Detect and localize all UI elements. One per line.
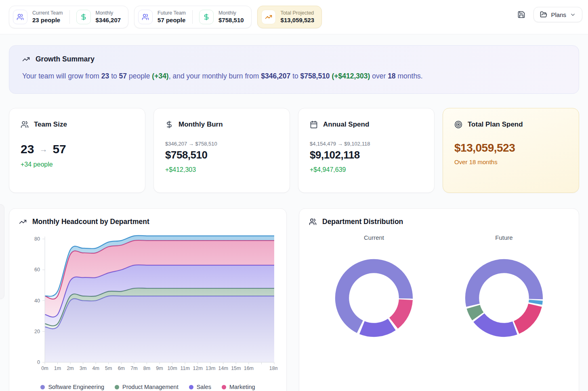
svg-text:4m: 4m	[92, 366, 99, 371]
save-button[interactable]	[516, 9, 527, 20]
annual-spend-value: $9,102,118	[310, 149, 423, 161]
chip-value: $346,207	[96, 16, 121, 24]
chip-label: Total Projected	[281, 10, 314, 16]
distribution-title: Department Distribution	[322, 218, 403, 226]
total-plan-spend-value: $13,059,523	[454, 142, 567, 154]
chip-value: 23 people	[32, 16, 63, 24]
total-projected-group: Total Projected $13,059,523	[261, 10, 314, 24]
svg-text:9m: 9m	[156, 366, 163, 371]
svg-text:15m: 15m	[231, 366, 241, 371]
current-donut-label: Current	[364, 234, 384, 241]
svg-text:40: 40	[34, 298, 40, 304]
svg-text:1m: 1m	[54, 366, 61, 371]
users-icon	[13, 10, 27, 24]
save-icon	[517, 11, 525, 19]
stat-chips: Current Team 23 people Monthly $346,207	[9, 6, 322, 28]
svg-text:5m: 5m	[105, 366, 112, 371]
chart-legend: Software EngineeringProduct ManagementSa…	[19, 384, 277, 390]
svg-text:0m: 0m	[41, 366, 48, 371]
current-donut-col: Current	[309, 234, 439, 340]
svg-text:14m: 14m	[218, 366, 228, 371]
card-title: Annual Spend	[323, 120, 369, 129]
legend-dot	[189, 385, 193, 389]
current-donut-chart	[332, 256, 416, 340]
users-icon	[138, 10, 153, 24]
monthly-burn-card: Monthly Burn $346,207 → $758,510 $758,51…	[153, 108, 290, 193]
svg-text:80: 80	[34, 236, 40, 242]
monthly-burn-range: $346,207 → $758,510	[165, 141, 278, 147]
headcount-area-chart: 0204060800m1m2m3m4m5m6m7m8m9m10m11m12m13…	[19, 231, 277, 380]
future-donut-chart	[462, 256, 546, 340]
department-distribution-card: Department Distribution Current Future	[299, 208, 579, 391]
legend-dot	[40, 385, 45, 389]
svg-text:12m: 12m	[193, 366, 203, 371]
dollar-icon	[165, 120, 173, 129]
current-team-group: Current Team 23 people	[13, 10, 63, 24]
svg-text:7m: 7m	[130, 366, 137, 371]
current-monthly-group: Monthly $346,207	[76, 10, 121, 24]
topbar: Current Team 23 people Monthly $346,207	[0, 0, 588, 34]
svg-text:20: 20	[34, 329, 40, 334]
divider	[69, 10, 70, 24]
svg-text:13m: 13m	[206, 366, 215, 371]
dollar-icon	[199, 10, 214, 24]
calendar-icon	[310, 120, 318, 129]
arrow-right-icon: →	[39, 145, 47, 154]
folder-open-icon	[540, 11, 547, 18]
svg-text:6m: 6m	[118, 366, 125, 371]
plans-button[interactable]: Plans	[533, 7, 582, 22]
svg-text:16m: 16m	[244, 366, 254, 371]
growth-summary-text: Your team will grow from 23 to 57 people…	[22, 72, 566, 81]
future-monthly-group: Monthly $758,510	[199, 10, 244, 24]
svg-text:10m: 10m	[167, 366, 177, 371]
svg-text:60: 60	[34, 267, 40, 273]
monthly-burn-delta: +$412,303	[165, 166, 278, 173]
legend-item: Software Engineering	[40, 384, 104, 390]
svg-text:2m: 2m	[67, 366, 74, 371]
divider	[192, 10, 193, 24]
future-donut-col: Future	[439, 234, 569, 340]
chip-label: Future Team	[158, 10, 186, 16]
team-size-card: Team Size 23 → 57 +34 people	[9, 108, 145, 193]
legend-item: Sales	[189, 384, 211, 390]
chevron-down-icon	[570, 12, 576, 18]
charts-row: Monthly Headcount by Department 02040608…	[9, 208, 579, 391]
future-donut-label: Future	[495, 234, 512, 241]
svg-text:18m: 18m	[269, 366, 277, 371]
card-title: Team Size	[34, 120, 67, 129]
svg-text:11m: 11m	[180, 366, 189, 371]
legend-dot	[222, 385, 226, 389]
future-team-group: Future Team 57 people	[138, 10, 186, 24]
team-size-delta: +34 people	[21, 161, 134, 168]
card-title: Monthly Burn	[178, 120, 223, 129]
svg-text:0: 0	[37, 359, 40, 365]
growth-summary-banner: Growth Summary Your team will grow from …	[9, 45, 579, 94]
stat-cards-row: Team Size 23 → 57 +34 people Monthly Bur…	[9, 108, 579, 193]
growth-summary-title: Growth Summary	[36, 55, 94, 63]
team-size-value: 23 → 57	[21, 142, 134, 156]
svg-text:8m: 8m	[143, 366, 150, 371]
chip-label: Monthly	[96, 10, 121, 16]
trending-up-icon	[19, 218, 27, 226]
plans-button-label: Plans	[551, 11, 566, 18]
chip-value: $758,510	[218, 16, 244, 24]
trending-up-icon	[261, 10, 276, 24]
svg-text:3m: 3m	[80, 366, 86, 371]
chip-label: Monthly	[218, 10, 244, 16]
future-team-chip: Future Team 57 people Monthly $758,510	[134, 6, 252, 28]
topbar-actions: Plans	[516, 6, 582, 22]
chip-label: Current Team	[32, 10, 63, 16]
legend-item: Marketing	[222, 384, 255, 390]
total-plan-spend-card: Total Plan Spend $13,059,523 Over 18 mon…	[443, 108, 579, 193]
headcount-chart-card: Monthly Headcount by Department 02040608…	[9, 208, 287, 391]
users-icon	[309, 218, 317, 226]
target-icon	[454, 120, 462, 129]
dollar-icon	[76, 10, 91, 24]
monthly-burn-value: $758,510	[165, 149, 278, 161]
donut-charts: Current Future	[309, 234, 569, 340]
chip-value: $13,059,523	[281, 16, 314, 24]
annual-spend-card: Annual Spend $4,154,479 → $9,102,118 $9,…	[298, 108, 435, 193]
chip-value: 57 people	[158, 16, 186, 24]
total-plan-spend-subtitle: Over 18 months	[454, 159, 567, 165]
card-title: Total Plan Spend	[468, 120, 523, 129]
